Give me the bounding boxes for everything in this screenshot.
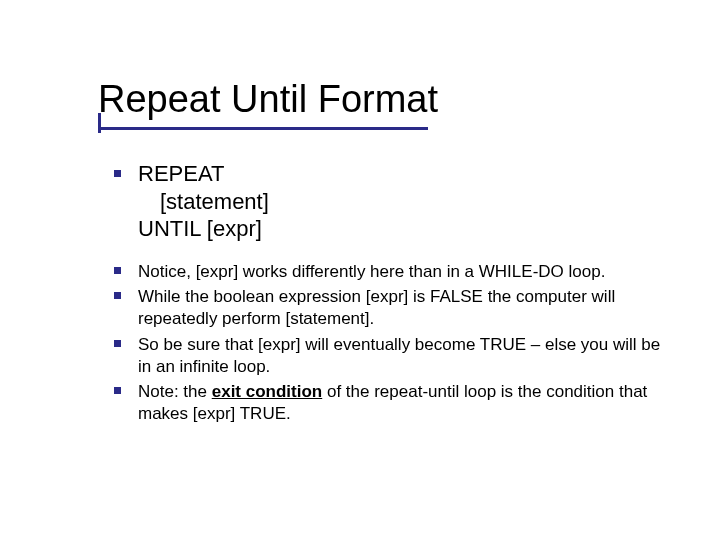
bullet-icon	[114, 170, 121, 177]
bullet-point-note: Note: the exit condition of the repeat-u…	[108, 381, 670, 425]
bullet-text: Notice, [expr] works differently here th…	[138, 262, 605, 281]
bullet-icon	[114, 340, 121, 347]
title-tick	[98, 113, 101, 133]
syntax-line-3: UNTIL [expr]	[138, 216, 262, 241]
syntax-block: REPEAT [statement] UNTIL [expr]	[108, 160, 670, 243]
bullet-point: While the boolean expression [expr] is F…	[108, 286, 670, 330]
slide-body: REPEAT [statement] UNTIL [expr] Notice, …	[108, 160, 670, 429]
note-prefix: Note: the	[138, 382, 212, 401]
title-rule	[98, 127, 428, 130]
bullet-point: Notice, [expr] works differently here th…	[108, 261, 670, 283]
bullet-point: So be sure that [expr] will eventually b…	[108, 334, 670, 378]
syntax-line-1: REPEAT	[138, 161, 224, 186]
bullet-icon	[114, 292, 121, 299]
bullet-icon	[114, 267, 121, 274]
bullet-text: While the boolean expression [expr] is F…	[138, 287, 615, 328]
slide-header: Repeat Until Format	[98, 78, 438, 130]
syntax-line-2: [statement]	[138, 188, 670, 216]
slide-title: Repeat Until Format	[98, 78, 438, 121]
note-emphasis: exit condition	[212, 382, 323, 401]
bullet-text: So be sure that [expr] will eventually b…	[138, 335, 660, 376]
bullet-icon	[114, 387, 121, 394]
